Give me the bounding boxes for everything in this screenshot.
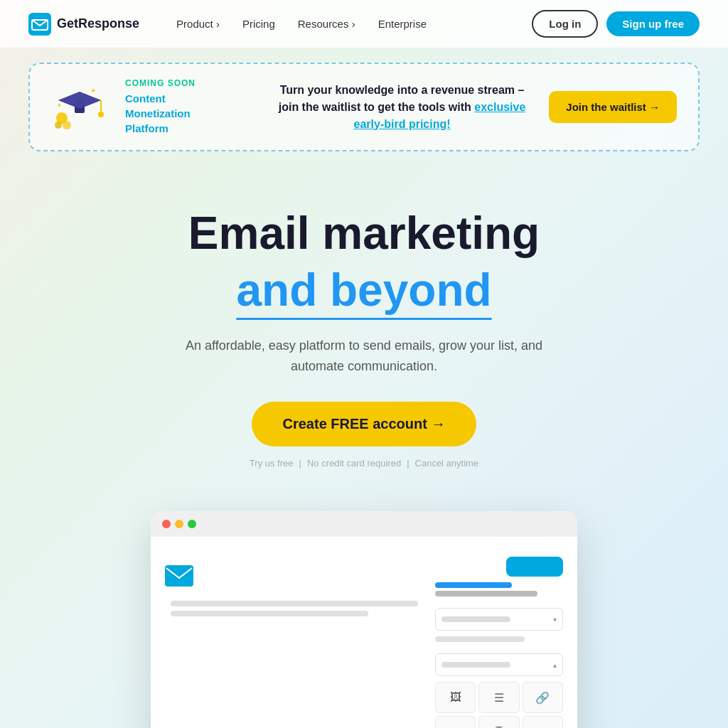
mockup-right-panel: ▾ ▴ 🖼 ☰ 🔗 ▶ T —	[435, 551, 563, 728]
nav-actions: Log in Sign up free	[532, 10, 700, 38]
waitlist-button[interactable]: Join the waitlist →	[549, 91, 677, 123]
svg-rect-12	[165, 565, 193, 587]
content-line	[171, 601, 418, 606]
logo[interactable]: GetResponse	[28, 13, 139, 36]
navbar: GetResponse Product › Pricing Resources …	[0, 0, 728, 48]
svg-point-4	[55, 122, 62, 129]
trust-line: Try us free | No credit card required | …	[28, 458, 700, 469]
banner-platform-title: Content Monetization Platform	[125, 91, 255, 136]
mockup-content-lines	[165, 601, 424, 616]
nav-product[interactable]: Product ›	[168, 12, 228, 36]
svg-text:✦: ✦	[90, 87, 96, 95]
mockup-dropdown1: ▾	[435, 608, 563, 631]
window-dot-green	[188, 520, 196, 528]
hero-description: An affordable, easy platform to send ema…	[179, 336, 549, 377]
coming-soon-label: COMING SOON	[125, 78, 255, 88]
banner-mascot: ✦ ✦	[51, 79, 108, 136]
nav-enterprise[interactable]: Enterprise	[370, 12, 435, 36]
create-account-button[interactable]: Create FREE account →	[252, 402, 477, 446]
svg-text:✦: ✦	[57, 102, 62, 109]
icon-divider[interactable]: —	[523, 716, 563, 728]
nav-resources[interactable]: Resources ›	[289, 12, 364, 36]
window-dot-yellow	[175, 520, 183, 528]
mockup-blue-button	[506, 557, 563, 577]
dropdown-content	[441, 662, 510, 668]
graduation-cap-icon: ✦ ✦	[51, 79, 108, 136]
mockup-titlebar	[151, 511, 577, 537]
icon-image[interactable]: 🖼	[435, 682, 476, 713]
banner-platform-info: COMING SOON Content Monetization Platfor…	[125, 78, 255, 136]
announcement-banner: ✦ ✦ COMING SOON Content Monetization Pla…	[28, 63, 700, 151]
trust-free: Try us free	[250, 458, 294, 469]
hero-title: Email marketing	[28, 208, 700, 258]
mockup-icon-grid: 🖼 ☰ 🔗 ▶ T — 🎭 </>	[435, 682, 563, 728]
nav-pricing[interactable]: Pricing	[234, 12, 284, 36]
mockup-dropdown2: ▴	[435, 653, 563, 676]
logo-icon	[28, 13, 51, 36]
sidebar-line	[435, 591, 537, 596]
icon-text[interactable]: ☰	[478, 682, 519, 713]
mockup-sidebar-row2	[435, 636, 563, 648]
content-line	[171, 611, 368, 616]
mockup-left-panel	[165, 551, 424, 728]
mockup-mail-icon	[165, 565, 193, 587]
mockup-body: ▾ ▴ 🖼 ☰ 🔗 ▶ T —	[151, 537, 577, 728]
trust-sep1: |	[299, 458, 301, 469]
login-button[interactable]: Log in	[532, 10, 598, 38]
nav-links: Product › Pricing Resources › Enterprise	[168, 12, 532, 36]
window-dot-red	[162, 520, 171, 528]
trust-cancel: Cancel anytime	[415, 458, 479, 469]
mockup-sidebar-row1	[435, 582, 563, 602]
icon-link[interactable]: 🔗	[523, 682, 563, 713]
trust-no-card: No credit card required	[307, 458, 401, 469]
logo-text: GetResponse	[57, 16, 139, 31]
trust-sep2: |	[407, 458, 409, 469]
hero-section: Email marketing and beyond An affordable…	[0, 166, 728, 497]
mockup-container: ▾ ▴ 🖼 ☰ 🔗 ▶ T —	[0, 497, 728, 728]
dropdown-content	[441, 616, 510, 622]
icon-video[interactable]: ▶	[435, 716, 476, 728]
signup-button[interactable]: Sign up free	[606, 11, 700, 36]
banner-main-text: Turn your knowledge into a revenue strea…	[272, 82, 532, 133]
mockup-window: ▾ ▴ 🖼 ☰ 🔗 ▶ T —	[151, 511, 577, 728]
svg-point-9	[98, 112, 104, 117]
chevron-up-icon: ▴	[553, 661, 557, 669]
hero-subtitle: and beyond	[236, 265, 491, 315]
svg-point-3	[63, 121, 71, 129]
sidebar-line	[435, 636, 525, 642]
chevron-down-icon: ▾	[553, 616, 557, 623]
icon-typography[interactable]: T	[478, 716, 519, 728]
sidebar-line-active	[435, 582, 512, 588]
early-bird-link[interactable]: exclusiveearly-bird pricing!	[354, 101, 526, 130]
